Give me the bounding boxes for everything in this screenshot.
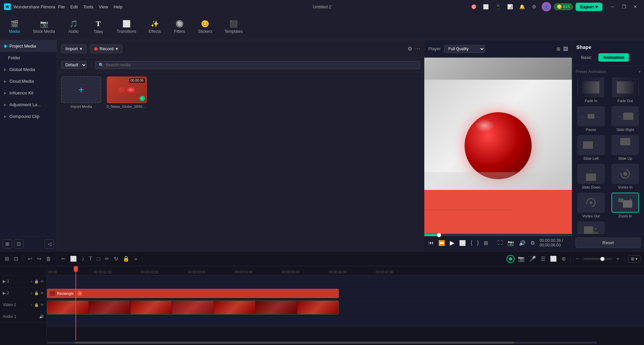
anim-item-slide-down[interactable]: ↓ Slide Down — [576, 164, 606, 189]
tl-voice-btn[interactable]: 🎤 — [528, 254, 537, 263]
anim-item-zoom-out[interactable]: ↙ Zoom Out — [576, 221, 606, 234]
tl-draw-btn[interactable]: ✏ — [103, 254, 110, 263]
default-select[interactable]: Default — [61, 61, 87, 69]
minimize-button[interactable]: ─ — [608, 2, 617, 11]
close-button[interactable]: ✕ — [631, 2, 640, 11]
reset-button[interactable]: Reset — [576, 237, 641, 248]
anim-item-slide-right[interactable]: → Slide Right — [610, 106, 641, 132]
tab-stickers[interactable]: 😊 Stickers — [193, 17, 218, 37]
tl-lock-btn[interactable]: 🔒 — [121, 254, 131, 263]
anim-item-zoom-in[interactable]: ↗ Zoom In — [610, 193, 641, 218]
tl-add-track-btn[interactable]: ⊞ — [3, 254, 10, 263]
progress-bar[interactable] — [424, 234, 572, 236]
rectangle-clip[interactable]: Rectangle ✕ — [47, 289, 339, 298]
tl-more-btn[interactable]: » — [133, 255, 139, 263]
clip-remove-btn[interactable]: ✕ — [76, 290, 83, 297]
v2-add-btn[interactable]: + — [31, 291, 33, 295]
toolbar-btn-1[interactable]: 🎯 — [469, 2, 479, 11]
v1-add-btn[interactable]: + — [31, 303, 33, 307]
sidebar-item-global-media[interactable]: ▶ Global Media — [0, 64, 57, 75]
anim-item-fade-out[interactable]: Fade Out — [610, 77, 641, 103]
add-to-timeline-btn[interactable]: ⊞ — [484, 240, 488, 246]
sidebar-item-folder[interactable]: Folder — [0, 52, 57, 64]
menu-edit[interactable]: Edit — [70, 4, 78, 9]
tab-titles[interactable]: T Titles — [87, 17, 110, 37]
export-button[interactable]: Export ▾ — [576, 3, 602, 11]
tl-extra-btn[interactable]: ⬜ — [549, 254, 558, 263]
v2-eye-btn[interactable]: 👁 — [40, 291, 44, 295]
out-point-btn[interactable]: } — [477, 240, 479, 246]
toolbar-btn-3[interactable]: 📱 — [493, 2, 503, 11]
v1-eye-btn[interactable]: 👁 — [40, 303, 44, 307]
step-back-btn[interactable]: ⏪ — [438, 240, 445, 246]
tl-plus-btn[interactable]: + — [615, 255, 621, 263]
tab-templates[interactable]: ⬛ Templates — [219, 17, 248, 37]
tl-camera-btn[interactable]: 📷 — [517, 254, 526, 263]
tl-group-btn[interactable]: ⊡ — [12, 254, 19, 263]
sidebar-item-compound-clip[interactable]: ▶ Compound Clip — [0, 111, 57, 122]
toolbar-btn-2[interactable]: ⬜ — [481, 2, 491, 11]
tl-rotate-btn[interactable]: ↻ — [112, 254, 119, 263]
tl-action-btn[interactable]: ⊕ — [560, 254, 567, 263]
anim-item-fade-in[interactable]: Fade In — [576, 77, 606, 103]
menu-help[interactable]: Help — [113, 4, 122, 9]
play-btn[interactable]: ▶ — [450, 239, 454, 247]
tl-undo-btn[interactable]: ↩ — [26, 254, 34, 263]
anim-item-vortex-in[interactable]: Vortex In — [610, 164, 641, 189]
v2-lock-btn[interactable]: 🔒 — [34, 291, 39, 295]
tab-audio[interactable]: 🎵 Audio — [62, 17, 85, 37]
tl-minus-btn[interactable]: − — [574, 255, 580, 263]
tab-transitions[interactable]: ⬜ Transitions — [111, 17, 142, 37]
full-screen-btn[interactable]: ⛶ — [497, 240, 503, 246]
menu-view[interactable]: View — [99, 4, 108, 9]
toolbar-btn-6[interactable]: ⚙ — [530, 2, 539, 11]
toolbar-btn-4[interactable]: 📊 — [505, 2, 515, 11]
import-button[interactable]: Import ▾ — [61, 44, 87, 53]
in-point-btn[interactable]: { — [471, 240, 472, 246]
skip-back-btn[interactable]: ⏮ — [428, 240, 434, 246]
media-item-import[interactable]: + Import Media — [61, 76, 101, 109]
tl-cut-btn[interactable]: ✂ — [60, 254, 67, 263]
sidebar-item-influence-kit[interactable]: ▶ Influence Kit — [0, 87, 57, 99]
menu-file[interactable]: File — [58, 4, 65, 9]
tl-crop-btn[interactable]: ⬜ — [69, 254, 78, 263]
toolbar-btn-5[interactable]: 🔔 — [518, 2, 527, 11]
media-item-news-globe[interactable]: 00:00:06 ✓ 0_News_Globe_3840x... — [107, 76, 147, 109]
more-options-btn[interactable]: ⋯ — [415, 46, 420, 52]
sidebar-item-project-media[interactable]: Project Media — [0, 40, 57, 52]
snapshot-btn[interactable]: 📷 — [507, 240, 514, 246]
sidebar-item-adjustment-la[interactable]: ▶ Adjustment La... — [0, 99, 57, 111]
scroll-track[interactable] — [47, 342, 597, 344]
panel-btn-1[interactable]: ⊞ — [3, 239, 12, 249]
audio-btn[interactable]: 🔊 — [519, 240, 526, 246]
menu-tools[interactable]: Tools — [83, 4, 93, 9]
tl-grid-btn[interactable]: ⊞ ▾ — [628, 255, 641, 263]
sidebar-item-cloud-media[interactable]: ▶ Cloud Media — [0, 75, 57, 87]
quality-select[interactable]: Full Quality High Quality Medium Quality — [444, 45, 485, 53]
tl-redo-btn[interactable]: ↪ — [36, 254, 43, 263]
tab-animation[interactable]: Animation — [598, 53, 629, 62]
video-clip[interactable] — [47, 300, 339, 315]
tl-box-btn[interactable]: □ — [96, 255, 102, 263]
stop-btn[interactable]: ⬜ — [459, 240, 466, 246]
tab-media[interactable]: 🎬 Media — [3, 17, 26, 37]
tl-delete-btn[interactable]: 🗑 — [45, 255, 53, 263]
tab-basic[interactable]: Basic — [576, 53, 596, 62]
settings-btn[interactable]: ⚙ — [530, 240, 535, 246]
grid-view-btn[interactable]: ⊞ — [556, 46, 560, 52]
maximize-button[interactable]: ❐ — [619, 2, 629, 11]
tab-stock-media[interactable]: 📷 Stock Media — [28, 17, 60, 37]
v1-lock-btn[interactable]: 🔒 — [34, 303, 39, 307]
a1-mute-btn[interactable]: 🔊 — [39, 315, 44, 319]
panel-btn-2[interactable]: ⊡ — [14, 239, 23, 249]
tl-text-btn[interactable]: T — [88, 255, 94, 263]
filter-icon-btn[interactable]: ⚙ — [408, 46, 412, 52]
tl-audio-btn[interactable]: ♪ — [80, 255, 86, 263]
tab-filters[interactable]: 🔘 Filters — [168, 17, 191, 37]
anim-item-vortex-out[interactable]: Vortex Out — [576, 193, 606, 218]
tl-playlist-btn[interactable]: ☰ — [539, 254, 547, 263]
v3-eye-btn[interactable]: 👁 — [40, 279, 44, 284]
zoom-track[interactable] — [584, 258, 611, 260]
record-button[interactable]: Record ▾ — [90, 44, 122, 53]
anim-item-pause[interactable]: ‥‥‥‥ Pause — [576, 106, 606, 132]
